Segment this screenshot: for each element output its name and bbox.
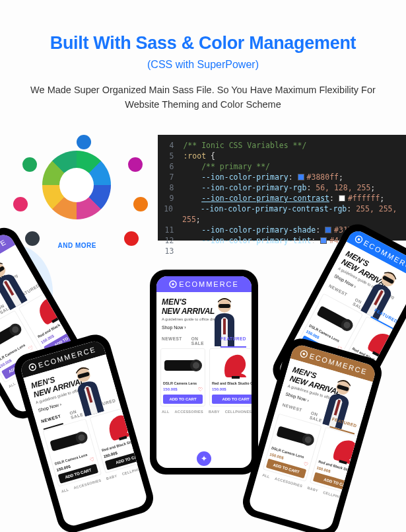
product-price: 150.00$	[163, 387, 178, 391]
brand-name: ECOMMERCE	[179, 280, 239, 288]
category-all[interactable]: ALL	[61, 488, 69, 494]
svg-point-19	[31, 365, 34, 368]
code-line: 5:root {	[158, 151, 406, 161]
product-name: Red and Black Studio Chair	[212, 381, 252, 385]
product-price: 150.00$	[103, 451, 118, 459]
category-all[interactable]: ALL	[162, 410, 170, 414]
app-bar: ECOMMERCE	[156, 276, 252, 292]
category-accessories[interactable]: ACCESSORIES	[175, 410, 203, 414]
svg-point-10	[357, 238, 360, 241]
code-editor: 4/** Ionic CSS Variables **/5:root {6 /*…	[158, 135, 406, 241]
add-to-cart-button[interactable]: ADD TO CART	[163, 395, 203, 404]
product-price: 150.00$	[212, 387, 226, 391]
category-bar: ALLACCESSORIESBABYCELLPHONESCHAIRS	[156, 406, 252, 414]
color-palette: AND MORE	[5, 135, 149, 254]
category-baby[interactable]: BABY	[209, 410, 220, 414]
code-line: 6 /** primary **/	[158, 161, 406, 172]
heart-icon[interactable]: ♡	[144, 440, 149, 447]
product-card[interactable]: DSLR Camera Lens150.00$♡ADD TO CART	[160, 348, 205, 406]
fab-button[interactable]: ✦	[197, 451, 211, 466]
svg-rect-39	[219, 304, 230, 308]
category-cellphones[interactable]: CELLPHONES	[323, 490, 341, 499]
product-card[interactable]: Red Black150.00$♡ADD TO CART	[364, 443, 378, 508]
product-price: 150.00$	[269, 452, 285, 460]
code-line: 7 --ion-color-primary: #3880ff;	[158, 172, 406, 182]
code-line: 9 --ion-color-primary-contrast: #ffffff;	[158, 193, 406, 204]
category-cellphones[interactable]: CELLPHONES	[225, 410, 252, 414]
product-card[interactable]: Red Black150.00$♡ADD TO CART	[67, 264, 90, 330]
code-line: 8 --ion-color-primary-rgb: 56, 128, 255;	[158, 182, 406, 193]
brand-icon	[28, 362, 38, 372]
heart-icon[interactable]: ♡	[89, 456, 95, 463]
palette-dot	[128, 157, 143, 172]
heart-icon[interactable]: ♡	[77, 316, 84, 323]
product-card[interactable]: Red and Black Studio Chair150.00$♡ADD TO…	[209, 348, 252, 406]
palette-dot	[133, 197, 148, 211]
category-all[interactable]: ALL	[262, 473, 271, 478]
add-to-cart-button[interactable]: ADD TO CART	[368, 488, 378, 504]
svg-point-42	[193, 362, 199, 369]
category-all[interactable]: ALL	[8, 381, 17, 389]
phone-br: ECOMMERCEMEN'SNEW ARRIVALA guidelines gu…	[239, 335, 385, 532]
tab-featured[interactable]: FEATURED	[220, 336, 246, 346]
hero-banner: MEN'SNEW ARRIVALA guidelines guide to of…	[156, 292, 252, 332]
category-baby[interactable]: BABY	[106, 474, 118, 480]
tab-newest[interactable]: NEWEST	[162, 336, 182, 346]
product-price: 150.00$	[316, 465, 331, 473]
phone-mockups: ECOMMERCEMEN'SNEW ARRIVALA guidelines gu…	[0, 260, 406, 532]
heart-icon[interactable]: ♡	[198, 387, 203, 393]
add-to-cart-button[interactable]: ADD TO CART	[393, 385, 406, 405]
palette-dot	[22, 157, 37, 172]
product-price: 150.00$	[399, 379, 406, 389]
product-price: 150.00$	[89, 305, 90, 316]
product-name: DSLR Camera Lens	[163, 381, 203, 385]
svg-point-37	[172, 283, 174, 285]
page-description: We Made Super Organized Main Sass File. …	[0, 83, 406, 112]
product-name: Red Black	[372, 475, 377, 486]
product-card[interactable]: Red Black150.00$♡ADD TO CART	[144, 393, 149, 458]
phone-bl: ECOMMERCEMEN'SNEW ARRIVALA guidelines gu…	[11, 331, 156, 532]
heart-icon[interactable]: ♡	[386, 371, 393, 379]
product-price: 150.00$	[56, 464, 71, 472]
brand-icon	[354, 234, 364, 245]
page-title: Built With Sass & Color Management	[0, 33, 406, 54]
product-name: Red Black	[402, 373, 406, 389]
page-subtitle: (CSS with SuperPower)	[0, 59, 406, 71]
palette-dot	[77, 135, 91, 149]
svg-rect-43	[232, 376, 240, 379]
svg-point-28	[302, 352, 305, 355]
category-baby[interactable]: BABY	[307, 486, 319, 492]
add-to-cart-button[interactable]: ADD TO CART	[212, 395, 252, 404]
palette-dot	[13, 197, 28, 211]
color-ring-icon	[42, 151, 111, 219]
code-line: 4/** Ionic CSS Variables **/	[158, 140, 406, 151]
product-card[interactable]: Red Black150.00$♡ADD TO CART	[389, 343, 406, 409]
product-price: 150.00$	[371, 481, 378, 489]
brand-icon	[169, 280, 177, 288]
product-name: Red Black	[86, 293, 90, 310]
brand-icon	[299, 349, 309, 359]
code-line: 10 --ion-color-primary-contrast-rgb: 255…	[158, 204, 406, 225]
phone-center: ECOMMERCEMEN'SNEW ARRIVALA guidelines gu…	[150, 270, 258, 475]
heart-icon[interactable]: ♡	[302, 461, 308, 468]
heart-icon[interactable]: ♡	[357, 476, 363, 484]
heart-icon[interactable]: ♡	[28, 344, 35, 352]
